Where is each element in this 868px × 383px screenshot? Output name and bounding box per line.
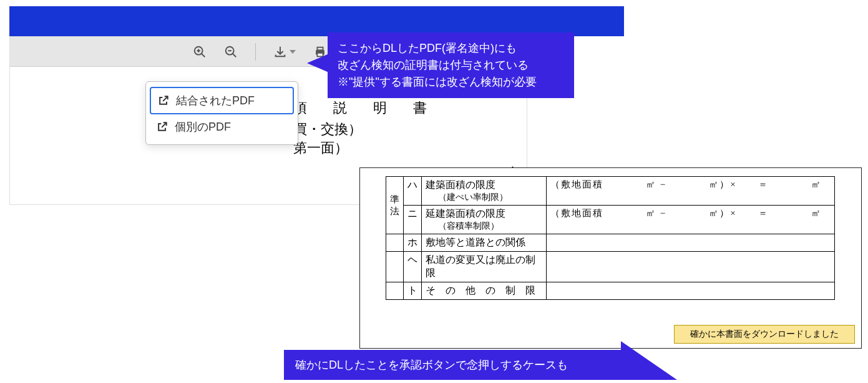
row-label: 延建築面積の限度 （容積率制限） bbox=[422, 206, 547, 234]
zoom-in-icon[interactable] bbox=[193, 45, 207, 59]
row-label: 敷地等と道路との関係 bbox=[422, 234, 547, 252]
row-index: ホ bbox=[404, 234, 422, 252]
row-calc: （敷地面積 ㎡ − ㎡）× ＝ ㎡ bbox=[547, 206, 835, 234]
svg-line-1 bbox=[202, 53, 205, 57]
dropdown-item-label: 結合されたPDF bbox=[176, 93, 255, 108]
acknowledge-download-button[interactable]: 確かに本書面をダウンロードしました bbox=[674, 325, 855, 344]
callout-download-info: ここからDLしたPDF(署名途中)にも 改ざん検知の証明書は付与されている ※"… bbox=[328, 32, 574, 98]
callout-ack-info: 確かにDLしたことを承認ボタンで念押しするケースも bbox=[284, 350, 624, 380]
row-calc bbox=[547, 282, 835, 300]
doc-line3: 第一面） bbox=[293, 139, 348, 157]
callout2-pointer bbox=[621, 341, 677, 380]
row-calc bbox=[547, 234, 835, 252]
callout1-line2: 改ざん検知の証明書は付与されている bbox=[338, 57, 564, 74]
restrictions-table: 準法 ハ 建築面積の限度 （建ぺい率制限） （敷地面積 ㎡ − ㎡）× ＝ ㎡ … bbox=[386, 176, 835, 300]
row-index: ハ bbox=[404, 177, 422, 206]
table-row: ホ 敷地等と道路との関係 bbox=[386, 234, 835, 252]
chevron-down-icon bbox=[290, 50, 296, 54]
toolbar-divider bbox=[255, 43, 256, 61]
download-icon bbox=[273, 45, 287, 59]
table-row: ト そ の 他 の 制 限 bbox=[386, 282, 835, 300]
dropdown-item-combined-pdf[interactable]: 結合されたPDF bbox=[150, 87, 294, 114]
row-sublabel: （容積率制限） bbox=[426, 221, 542, 232]
svg-line-12 bbox=[162, 122, 167, 127]
zoom-out-icon[interactable] bbox=[224, 45, 238, 59]
dropdown-item-label: 個別のPDF bbox=[175, 119, 231, 134]
row-sublabel: （建ぺい率制限） bbox=[426, 192, 542, 203]
dropdown-item-individual-pdf[interactable]: 個別のPDF bbox=[150, 114, 294, 139]
callout1-line1: ここからDLしたPDF(署名途中)にも bbox=[338, 40, 564, 57]
side-label: 準法 bbox=[386, 177, 404, 234]
row-index: ヘ bbox=[404, 252, 422, 282]
callout1-line3: ※"提供"する書面には改ざん検知が必要 bbox=[338, 74, 564, 91]
row-label: 建築面積の限度 （建ぺい率制限） bbox=[422, 177, 547, 206]
table-row: ヘ 私道の変更又は廃止の制限 bbox=[386, 252, 835, 282]
callout1-pointer bbox=[307, 54, 329, 72]
row-label: そ の 他 の 制 限 bbox=[422, 282, 547, 300]
row-calc: （敷地面積 ㎡ − ㎡）× ＝ ㎡ bbox=[547, 177, 835, 206]
external-link-icon bbox=[156, 121, 168, 133]
doc-line2: 買・交換） bbox=[293, 120, 362, 139]
svg-rect-9 bbox=[317, 47, 323, 50]
row-label: 私道の変更又は廃止の制限 bbox=[422, 252, 547, 282]
svg-line-11 bbox=[163, 96, 168, 101]
row-index: ニ bbox=[404, 206, 422, 234]
row-calc bbox=[547, 252, 835, 282]
external-link-icon bbox=[157, 94, 170, 107]
header-bar bbox=[9, 6, 624, 36]
table-row: 準法 ハ 建築面積の限度 （建ぺい率制限） （敷地面積 ㎡ − ㎡）× ＝ ㎡ bbox=[386, 177, 835, 206]
callout2-text: 確かにDLしたことを承認ボタンで念押しするケースも bbox=[295, 357, 568, 372]
row-index: ト bbox=[404, 282, 422, 300]
ack-button-label: 確かに本書面をダウンロードしました bbox=[690, 329, 839, 340]
download-dropdown: 結合されたPDF 個別のPDF bbox=[145, 81, 298, 145]
table-row: ニ 延建築面積の限度 （容積率制限） （敷地面積 ㎡ − ㎡）× ＝ ㎡ bbox=[386, 206, 835, 234]
download-button[interactable] bbox=[273, 45, 296, 59]
doc-title-fragment: 項 説 明 書 bbox=[293, 99, 433, 117]
svg-line-5 bbox=[233, 53, 237, 57]
